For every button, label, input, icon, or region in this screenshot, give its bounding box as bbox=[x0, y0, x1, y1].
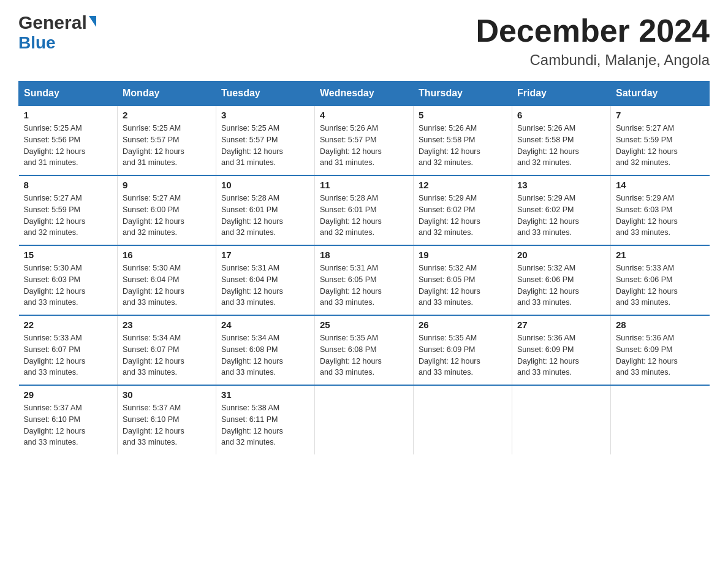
calendar-cell: 13Sunrise: 5:29 AMSunset: 6:02 PMDayligh… bbox=[512, 175, 611, 245]
logo-blue-text: Blue bbox=[18, 34, 56, 52]
day-number: 31 bbox=[221, 389, 309, 400]
day-number: 15 bbox=[24, 250, 113, 260]
calendar-cell: 1Sunrise: 5:25 AMSunset: 5:56 PMDaylight… bbox=[19, 105, 118, 175]
calendar-cell bbox=[315, 385, 414, 454]
day-number: 21 bbox=[616, 250, 705, 260]
day-info: Sunrise: 5:35 AMSunset: 6:08 PMDaylight:… bbox=[320, 332, 408, 378]
day-info: Sunrise: 5:35 AMSunset: 6:09 PMDaylight:… bbox=[419, 332, 507, 378]
day-number: 1 bbox=[24, 110, 113, 120]
calendar-cell: 9Sunrise: 5:27 AMSunset: 6:00 PMDaylight… bbox=[118, 175, 216, 245]
header-day-tuesday: Tuesday bbox=[216, 82, 315, 106]
logo-general-text: General bbox=[18, 12, 87, 33]
calendar-week-3: 15Sunrise: 5:30 AMSunset: 6:03 PMDayligh… bbox=[19, 245, 710, 315]
day-number: 26 bbox=[419, 320, 507, 330]
day-info: Sunrise: 5:26 AMSunset: 5:58 PMDaylight:… bbox=[419, 123, 507, 169]
calendar-header-row: SundayMondayTuesdayWednesdayThursdayFrid… bbox=[19, 82, 710, 106]
day-info: Sunrise: 5:30 AMSunset: 6:04 PMDaylight:… bbox=[123, 262, 211, 308]
calendar-cell: 24Sunrise: 5:34 AMSunset: 6:08 PMDayligh… bbox=[216, 315, 315, 385]
calendar-cell: 5Sunrise: 5:26 AMSunset: 5:58 PMDaylight… bbox=[414, 105, 512, 175]
calendar-title: December 2024 bbox=[476, 12, 710, 49]
page-header: General Blue December 2024 Cambundi, Mal… bbox=[18, 12, 710, 69]
calendar-cell: 3Sunrise: 5:25 AMSunset: 5:57 PMDaylight… bbox=[216, 105, 315, 175]
day-number: 28 bbox=[616, 320, 705, 330]
day-number: 12 bbox=[419, 180, 507, 190]
calendar-cell: 28Sunrise: 5:36 AMSunset: 6:09 PMDayligh… bbox=[611, 315, 710, 385]
day-number: 4 bbox=[320, 110, 408, 120]
day-number: 14 bbox=[616, 180, 705, 190]
calendar-cell bbox=[611, 385, 710, 454]
day-info: Sunrise: 5:27 AMSunset: 5:59 PMDaylight:… bbox=[24, 193, 113, 239]
day-number: 18 bbox=[320, 250, 408, 260]
day-number: 5 bbox=[419, 110, 507, 120]
day-number: 13 bbox=[517, 180, 605, 190]
calendar-week-2: 8Sunrise: 5:27 AMSunset: 5:59 PMDaylight… bbox=[19, 175, 710, 245]
calendar-cell: 22Sunrise: 5:33 AMSunset: 6:07 PMDayligh… bbox=[19, 315, 118, 385]
day-number: 10 bbox=[221, 180, 309, 190]
calendar-cell: 2Sunrise: 5:25 AMSunset: 5:57 PMDaylight… bbox=[118, 105, 216, 175]
day-number: 30 bbox=[123, 389, 211, 400]
calendar-cell: 27Sunrise: 5:36 AMSunset: 6:09 PMDayligh… bbox=[512, 315, 611, 385]
header-day-monday: Monday bbox=[118, 82, 216, 106]
calendar-cell: 16Sunrise: 5:30 AMSunset: 6:04 PMDayligh… bbox=[118, 245, 216, 315]
calendar-cell: 4Sunrise: 5:26 AMSunset: 5:57 PMDaylight… bbox=[315, 105, 414, 175]
day-info: Sunrise: 5:32 AMSunset: 6:06 PMDaylight:… bbox=[517, 262, 605, 308]
calendar-week-5: 29Sunrise: 5:37 AMSunset: 6:10 PMDayligh… bbox=[19, 385, 710, 454]
calendar-cell: 12Sunrise: 5:29 AMSunset: 6:02 PMDayligh… bbox=[414, 175, 512, 245]
logo: General Blue bbox=[18, 12, 96, 52]
calendar-cell bbox=[512, 385, 611, 454]
day-info: Sunrise: 5:26 AMSunset: 5:57 PMDaylight:… bbox=[320, 123, 408, 169]
day-number: 24 bbox=[221, 320, 309, 330]
day-info: Sunrise: 5:33 AMSunset: 6:07 PMDaylight:… bbox=[24, 332, 113, 378]
day-info: Sunrise: 5:27 AMSunset: 6:00 PMDaylight:… bbox=[123, 193, 211, 239]
calendar-cell: 15Sunrise: 5:30 AMSunset: 6:03 PMDayligh… bbox=[19, 245, 118, 315]
day-number: 20 bbox=[517, 250, 605, 260]
calendar-subtitle: Cambundi, Malanje, Angola bbox=[476, 52, 710, 69]
day-number: 22 bbox=[24, 320, 113, 330]
day-number: 9 bbox=[123, 180, 211, 190]
day-number: 6 bbox=[517, 110, 605, 120]
calendar-cell: 14Sunrise: 5:29 AMSunset: 6:03 PMDayligh… bbox=[611, 175, 710, 245]
calendar-cell: 21Sunrise: 5:33 AMSunset: 6:06 PMDayligh… bbox=[611, 245, 710, 315]
day-info: Sunrise: 5:25 AMSunset: 5:56 PMDaylight:… bbox=[24, 123, 113, 169]
calendar-cell bbox=[414, 385, 512, 454]
calendar-cell: 20Sunrise: 5:32 AMSunset: 6:06 PMDayligh… bbox=[512, 245, 611, 315]
day-info: Sunrise: 5:36 AMSunset: 6:09 PMDaylight:… bbox=[616, 332, 705, 378]
day-info: Sunrise: 5:29 AMSunset: 6:02 PMDaylight:… bbox=[517, 193, 605, 239]
day-number: 11 bbox=[320, 180, 408, 190]
header-day-wednesday: Wednesday bbox=[315, 82, 414, 106]
day-info: Sunrise: 5:31 AMSunset: 6:05 PMDaylight:… bbox=[320, 262, 408, 308]
day-number: 29 bbox=[24, 389, 113, 400]
calendar-cell: 25Sunrise: 5:35 AMSunset: 6:08 PMDayligh… bbox=[315, 315, 414, 385]
day-info: Sunrise: 5:29 AMSunset: 6:02 PMDaylight:… bbox=[419, 193, 507, 239]
day-info: Sunrise: 5:26 AMSunset: 5:58 PMDaylight:… bbox=[517, 123, 605, 169]
day-info: Sunrise: 5:37 AMSunset: 6:10 PMDaylight:… bbox=[123, 402, 211, 448]
calendar-cell: 30Sunrise: 5:37 AMSunset: 6:10 PMDayligh… bbox=[118, 385, 216, 454]
calendar-cell: 17Sunrise: 5:31 AMSunset: 6:04 PMDayligh… bbox=[216, 245, 315, 315]
day-number: 25 bbox=[320, 320, 408, 330]
calendar-cell: 7Sunrise: 5:27 AMSunset: 5:59 PMDaylight… bbox=[611, 105, 710, 175]
header-day-sunday: Sunday bbox=[19, 82, 118, 106]
day-number: 7 bbox=[616, 110, 705, 120]
day-number: 8 bbox=[24, 180, 113, 190]
day-info: Sunrise: 5:36 AMSunset: 6:09 PMDaylight:… bbox=[517, 332, 605, 378]
calendar-week-1: 1Sunrise: 5:25 AMSunset: 5:56 PMDaylight… bbox=[19, 105, 710, 175]
calendar-cell: 10Sunrise: 5:28 AMSunset: 6:01 PMDayligh… bbox=[216, 175, 315, 245]
day-info: Sunrise: 5:34 AMSunset: 6:07 PMDaylight:… bbox=[123, 332, 211, 378]
day-number: 3 bbox=[221, 110, 309, 120]
calendar-cell: 11Sunrise: 5:28 AMSunset: 6:01 PMDayligh… bbox=[315, 175, 414, 245]
day-info: Sunrise: 5:31 AMSunset: 6:04 PMDaylight:… bbox=[221, 262, 309, 308]
day-info: Sunrise: 5:25 AMSunset: 5:57 PMDaylight:… bbox=[221, 123, 309, 169]
day-info: Sunrise: 5:29 AMSunset: 6:03 PMDaylight:… bbox=[616, 193, 705, 239]
day-number: 19 bbox=[419, 250, 507, 260]
day-info: Sunrise: 5:32 AMSunset: 6:05 PMDaylight:… bbox=[419, 262, 507, 308]
header-day-friday: Friday bbox=[512, 82, 611, 106]
calendar-cell: 8Sunrise: 5:27 AMSunset: 5:59 PMDaylight… bbox=[19, 175, 118, 245]
day-info: Sunrise: 5:34 AMSunset: 6:08 PMDaylight:… bbox=[221, 332, 309, 378]
day-number: 17 bbox=[221, 250, 309, 260]
day-info: Sunrise: 5:25 AMSunset: 5:57 PMDaylight:… bbox=[123, 123, 211, 169]
day-info: Sunrise: 5:33 AMSunset: 6:06 PMDaylight:… bbox=[616, 262, 705, 308]
day-info: Sunrise: 5:28 AMSunset: 6:01 PMDaylight:… bbox=[221, 193, 309, 239]
day-info: Sunrise: 5:28 AMSunset: 6:01 PMDaylight:… bbox=[320, 193, 408, 239]
calendar-cell: 23Sunrise: 5:34 AMSunset: 6:07 PMDayligh… bbox=[118, 315, 216, 385]
calendar-week-4: 22Sunrise: 5:33 AMSunset: 6:07 PMDayligh… bbox=[19, 315, 710, 385]
